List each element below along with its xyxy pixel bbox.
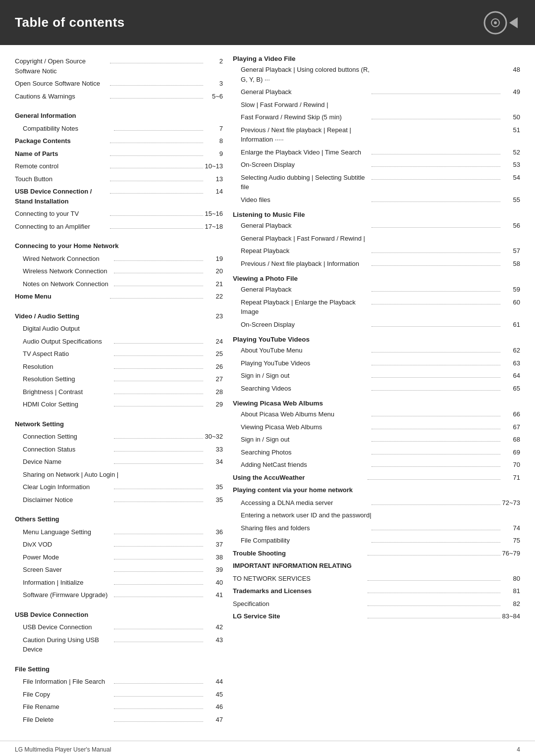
toc-label: USB Device Connection / Stand Installati… <box>15 187 108 206</box>
right-section-title: Playing YouTube Videos <box>233 336 520 343</box>
right-toc-row: LG Service Site83~84 <box>233 610 520 623</box>
right-section-title: Viewing Picasa Web Albums <box>233 400 520 407</box>
toc-dots <box>114 438 203 439</box>
toc-label: Caution During Using USB Device <box>15 635 112 655</box>
toc-label: Previous / Next file playback | Repeat |… <box>233 125 372 145</box>
right-toc-row: Repeat Playback57 <box>233 245 520 257</box>
left-toc-row: USB Device Connection <box>15 605 223 621</box>
toc-dots <box>372 542 500 543</box>
left-toc-row: Connecing to your Home Network <box>15 237 223 252</box>
toc-label: Using the AccuWeather <box>233 473 366 483</box>
toc-page: 62 <box>502 346 520 355</box>
toc-page: 45 <box>205 690 223 700</box>
toc-label: Trademarks and Licenses <box>233 586 366 596</box>
right-toc-row: Selecting Audio dubbing | Selecting Subt… <box>233 171 520 194</box>
right-toc-row: Searching Videos65 <box>233 382 520 395</box>
right-toc-row: Entering a network user ID and the passw… <box>233 509 520 522</box>
toc-label: Trouble Shooting <box>233 549 366 558</box>
toc-page: 36 <box>205 527 223 537</box>
toc-label: General Information <box>15 111 119 121</box>
toc-dots <box>368 580 500 581</box>
toc-page: 42 <box>205 622 223 632</box>
right-toc-row: Repeat Playback | Enlarge the Playback I… <box>233 296 520 318</box>
right-toc-row: Accessing a DLNA media server72~73 <box>233 497 520 509</box>
toc-page: 13 <box>205 174 223 184</box>
toc-dots <box>110 215 203 216</box>
toc-label: Sign in / Sign out <box>233 371 370 381</box>
left-toc-row: File Delete47 <box>15 713 223 726</box>
toc-page: 68 <box>502 435 520 445</box>
toc-dots <box>114 381 203 381</box>
toc-page: 22 <box>205 292 223 302</box>
toc-dots <box>368 555 500 555</box>
toc-dots <box>114 629 203 629</box>
toc-label: DivX VOD <box>15 540 112 550</box>
toc-dots <box>372 365 500 365</box>
toc-label: Notes on Network Connection <box>15 279 112 289</box>
toc-dots <box>114 584 203 585</box>
toc-dots <box>114 273 203 273</box>
toc-label: Searching Photos <box>233 448 370 457</box>
toc-label: Disclaimer Notice <box>15 495 112 505</box>
footer-left: LG Multimedia Player User's Manual <box>15 746 111 753</box>
toc-label: Menu Language Setting <box>15 527 112 537</box>
right-toc-row: File Compatibility75 <box>233 534 520 547</box>
toc-label: TV Aspect Ratio <box>15 349 112 359</box>
toc-dots <box>372 326 500 327</box>
toc-page: 23 <box>205 311 223 321</box>
toc-page: 3 <box>205 79 223 89</box>
right-toc-row: Playing YouTube Videos63 <box>233 357 520 370</box>
toc-page: 75 <box>502 536 520 546</box>
toc-dots <box>372 202 500 202</box>
toc-page: 7 <box>205 124 223 134</box>
toc-page: 14 <box>205 187 223 197</box>
left-toc-row: Digital Audio Output <box>15 322 223 335</box>
toc-dots <box>372 94 500 94</box>
left-toc-row: HDMI Color Setting29 <box>15 398 223 411</box>
left-toc-row: Home Menu22 <box>15 290 223 303</box>
toc-page: 70 <box>502 460 520 470</box>
left-toc-row: Brightness | Contrast28 <box>15 386 223 399</box>
toc-page: 54 <box>502 173 520 183</box>
toc-label: Clear Login Information <box>15 482 112 492</box>
toc-page: 56 <box>502 221 520 231</box>
toc-page: 49 <box>502 87 520 97</box>
toc-page: 35 <box>205 482 223 492</box>
toc-label: Connection Setting <box>15 432 112 442</box>
left-toc-row: Compatibility Notes7 <box>15 122 223 135</box>
toc-page: 52 <box>502 148 520 157</box>
right-toc-row: General Playback | Fast Forward / Rewind… <box>233 232 520 245</box>
left-toc-row: Open Source Software Notice3 <box>15 77 223 90</box>
left-toc-row: USB Device Connection / Stand Installati… <box>15 185 223 207</box>
toc-dots <box>114 559 203 559</box>
toc-page: 46 <box>205 702 223 712</box>
toc-label: Fast Forward / Rewind Skip (5 min) <box>233 112 370 122</box>
toc-page: 76~79 <box>502 549 521 558</box>
toc-label: Name of Parts <box>15 149 108 159</box>
toc-dots <box>114 260 203 261</box>
toc-page: 10~13 <box>205 161 223 171</box>
toc-page: 55 <box>502 195 520 205</box>
right-toc-row: Adding NetCast friends70 <box>233 458 520 471</box>
toc-label: Resolution Setting <box>15 374 112 384</box>
toc-label: Compatibility Notes <box>15 124 112 134</box>
right-toc-row: Fast Forward / Rewind Skip (5 min)50 <box>233 111 520 124</box>
toc-label: Video files <box>233 195 370 205</box>
left-toc-row: File Setting <box>15 660 223 676</box>
toc-dots <box>114 489 203 489</box>
toc-dots <box>110 155 203 156</box>
right-toc-row: Video files55 <box>233 194 520 206</box>
right-toc-row: Enlarge the Playback Video | Time Search… <box>233 146 520 159</box>
toc-label: Connecing to your Home Network <box>15 241 119 251</box>
toc-dots <box>110 168 203 168</box>
toc-label: File Copy <box>15 690 112 700</box>
left-toc-row: Wired Network Connection19 <box>15 252 223 265</box>
toc-label: Viewing Picasa Web Albums <box>233 422 370 432</box>
left-toc-row: Wireless Network Connection20 <box>15 265 223 278</box>
toc-dots <box>372 166 500 167</box>
right-section-title: Listening to Music File <box>233 211 520 218</box>
toc-label: Screen Saver <box>15 565 112 575</box>
toc-page: 17~18 <box>205 222 223 232</box>
toc-page: 74 <box>502 523 520 533</box>
right-toc-row: Using the AccuWeather71 <box>233 471 520 484</box>
